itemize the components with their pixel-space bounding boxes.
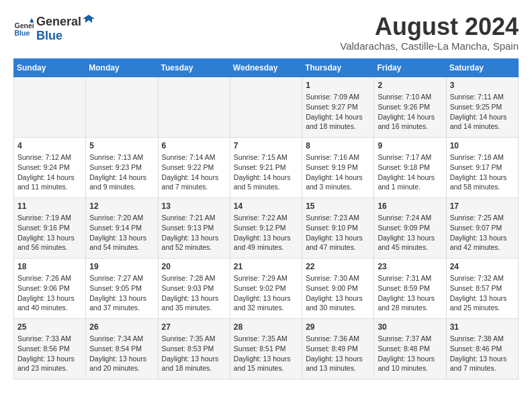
day-info: Sunrise: 7:18 AM (450, 152, 515, 163)
weekday-header-tuesday: Tuesday (158, 58, 230, 77)
day-info: Daylight: 13 hours (234, 354, 298, 364)
day-info: Daylight: 14 hours (306, 173, 370, 183)
month-year-title: August 2024 (340, 13, 519, 40)
day-info: Sunrise: 7:37 AM (378, 334, 442, 344)
calendar-cell: 17Sunrise: 7:25 AMSunset: 9:07 PMDayligh… (446, 197, 518, 258)
day-info: Sunset: 8:59 PM (378, 283, 442, 293)
day-number: 13 (162, 201, 226, 212)
day-number: 10 (450, 140, 515, 152)
day-info: Daylight: 13 hours (17, 293, 82, 304)
day-info: Daylight: 13 hours (378, 354, 442, 364)
calendar-cell: 6Sunrise: 7:14 AMSunset: 9:22 PMDaylight… (158, 137, 230, 197)
calendar-week-1: 1Sunrise: 7:09 AMSunset: 9:27 PMDaylight… (14, 77, 519, 137)
day-info: and 3 minutes. (306, 182, 370, 192)
day-number: 24 (450, 261, 515, 273)
day-info: Daylight: 14 hours (234, 173, 298, 183)
day-info: Sunrise: 7:35 AM (162, 334, 226, 344)
day-info: Sunrise: 7:21 AM (162, 213, 226, 223)
calendar-week-4: 18Sunrise: 7:26 AMSunset: 9:06 PMDayligh… (14, 258, 519, 318)
day-info: Sunrise: 7:28 AM (162, 273, 226, 283)
calendar-cell: 18Sunrise: 7:26 AMSunset: 9:06 PMDayligh… (14, 258, 86, 318)
day-info: Daylight: 13 hours (306, 354, 370, 364)
day-info: and 16 minutes. (378, 122, 442, 132)
day-number: 3 (450, 80, 515, 91)
day-number: 17 (450, 201, 515, 212)
calendar-cell: 1Sunrise: 7:09 AMSunset: 9:27 PMDaylight… (302, 77, 374, 137)
day-info: Daylight: 13 hours (450, 354, 515, 364)
day-info: and 10 minutes. (378, 363, 442, 373)
day-info: Sunset: 8:54 PM (89, 344, 154, 354)
day-info: and 54 minutes. (89, 242, 154, 253)
day-number: 25 (17, 322, 82, 333)
day-info: Sunrise: 7:13 AM (89, 152, 154, 163)
day-info: and 20 minutes. (89, 363, 154, 373)
day-info: Sunset: 9:12 PM (234, 223, 298, 233)
day-number: 31 (450, 322, 515, 333)
calendar-cell: 28Sunrise: 7:35 AMSunset: 8:51 PMDayligh… (230, 318, 302, 379)
day-info: and 14 minutes. (450, 122, 515, 132)
calendar-cell: 27Sunrise: 7:35 AMSunset: 8:53 PMDayligh… (158, 318, 230, 379)
day-info: and 5 minutes. (234, 182, 298, 192)
day-info: Sunset: 9:13 PM (162, 223, 226, 233)
weekday-header-monday: Monday (86, 58, 158, 77)
logo-general: General (36, 15, 81, 29)
day-number: 8 (306, 140, 370, 152)
calendar-cell: 29Sunrise: 7:36 AMSunset: 8:49 PMDayligh… (302, 318, 374, 379)
day-info: Sunrise: 7:11 AM (450, 92, 515, 102)
day-info: and 13 minutes. (306, 363, 370, 373)
calendar-cell: 26Sunrise: 7:34 AMSunset: 8:54 PMDayligh… (86, 318, 158, 379)
day-info: Daylight: 14 hours (17, 173, 82, 183)
day-number: 4 (17, 140, 82, 152)
day-info: Sunset: 9:26 PM (378, 102, 442, 112)
day-number: 11 (17, 201, 82, 212)
day-info: Daylight: 14 hours (162, 173, 226, 183)
day-info: and 45 minutes. (378, 242, 442, 253)
calendar-header-row: SundayMondayTuesdayWednesdayThursdayFrid… (14, 58, 519, 77)
day-info: Daylight: 13 hours (306, 293, 370, 304)
day-number: 7 (234, 140, 298, 152)
day-info: Sunset: 8:56 PM (17, 344, 82, 354)
day-info: Sunset: 9:03 PM (162, 283, 226, 293)
day-info: and 49 minutes. (234, 242, 298, 253)
calendar-cell: 3Sunrise: 7:11 AMSunset: 9:25 PMDaylight… (446, 77, 518, 137)
day-info: Sunset: 9:09 PM (378, 223, 442, 233)
logo-blue: Blue (36, 29, 95, 43)
day-info: Sunset: 9:16 PM (17, 223, 82, 233)
day-info: Sunset: 9:17 PM (450, 163, 515, 173)
day-info: Daylight: 13 hours (17, 233, 82, 243)
svg-text:Blue: Blue (15, 29, 30, 37)
day-info: Sunrise: 7:14 AM (162, 152, 226, 163)
calendar-cell (86, 77, 158, 137)
day-number: 27 (162, 322, 226, 333)
day-number: 15 (306, 201, 370, 212)
day-info: Daylight: 13 hours (306, 233, 370, 243)
day-info: Sunrise: 7:20 AM (89, 213, 154, 223)
day-info: and 7 minutes. (450, 363, 515, 373)
day-info: Daylight: 13 hours (89, 354, 154, 364)
calendar-cell: 21Sunrise: 7:29 AMSunset: 9:02 PMDayligh… (230, 258, 302, 318)
day-number: 6 (162, 140, 226, 152)
day-info: Sunrise: 7:23 AM (306, 213, 370, 223)
day-info: Sunrise: 7:38 AM (450, 334, 515, 344)
day-info: Sunset: 9:23 PM (89, 163, 154, 173)
day-info: Sunset: 9:07 PM (450, 223, 515, 233)
calendar-cell: 2Sunrise: 7:10 AMSunset: 9:26 PMDaylight… (374, 77, 446, 137)
day-number: 26 (89, 322, 154, 333)
day-info: Sunrise: 7:35 AM (234, 334, 298, 344)
day-info: Sunset: 9:02 PM (234, 283, 298, 293)
calendar-week-3: 11Sunrise: 7:19 AMSunset: 9:16 PMDayligh… (14, 197, 519, 258)
calendar-cell (230, 77, 302, 137)
day-info: Sunrise: 7:30 AM (306, 273, 370, 283)
calendar-cell: 9Sunrise: 7:17 AMSunset: 9:18 PMDaylight… (374, 137, 446, 197)
weekday-header-sunday: Sunday (14, 58, 86, 77)
calendar-cell: 22Sunrise: 7:30 AMSunset: 9:00 PMDayligh… (302, 258, 374, 318)
calendar-cell: 31Sunrise: 7:38 AMSunset: 8:46 PMDayligh… (446, 318, 518, 379)
day-info: and 18 minutes. (162, 363, 226, 373)
day-info: Daylight: 13 hours (162, 293, 226, 304)
day-info: Sunset: 8:46 PM (450, 344, 515, 354)
weekday-header-friday: Friday (374, 58, 446, 77)
day-info: Sunrise: 7:31 AM (378, 273, 442, 283)
day-info: and 42 minutes. (450, 242, 515, 253)
svg-marker-4 (83, 15, 95, 23)
day-info: Daylight: 13 hours (234, 233, 298, 243)
